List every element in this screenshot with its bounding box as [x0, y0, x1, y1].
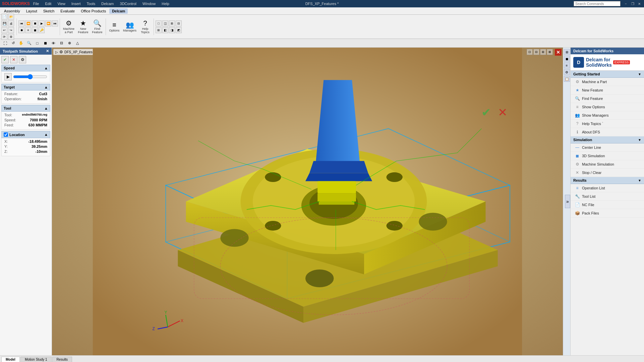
view-btn-3[interactable]: ⊞ [169, 20, 175, 26]
redo-btn[interactable]: ↪ [8, 27, 14, 33]
stop-btn[interactable]: ⏹ [32, 20, 38, 26]
pack-files-item[interactable]: 📦 Pack Files [571, 209, 644, 218]
location-section-header[interactable]: Location ▲ [1, 131, 50, 138]
tab-layout[interactable]: Layout [23, 8, 40, 14]
location-checkbox[interactable] [4, 132, 8, 137]
menu-help[interactable]: Help [160, 1, 171, 6]
help-topics-item[interactable]: ? Help Topics ` [571, 120, 644, 128]
ri-icon-2[interactable]: ◼ [564, 56, 570, 62]
standard-views-btn[interactable]: □ [34, 40, 41, 47]
menu-delcam[interactable]: Delcam [100, 1, 115, 6]
hide-show-btn[interactable]: 👁 [50, 40, 57, 47]
show-managers-item[interactable]: 👥 Show Managers [571, 111, 644, 120]
options-group-btn[interactable]: ≡ Options [108, 21, 121, 33]
managers-btn[interactable]: 👥 Managers [122, 21, 138, 33]
new-feature-item[interactable]: ★ New Feature [571, 86, 644, 95]
results-header[interactable]: Results ▼ [571, 177, 644, 184]
find-feature-btn[interactable]: 🔍 FindFeature [91, 19, 104, 35]
speed-section-header[interactable]: Speed ▲ [1, 65, 50, 71]
tab-sketch[interactable]: Sketch [41, 8, 57, 14]
right-panel-collapse-btn[interactable]: » [565, 195, 570, 208]
machine-simulation-item[interactable]: ⚙ Machine Simulation [571, 160, 644, 169]
rebuild-btn[interactable]: ⟳ [1, 34, 7, 40]
undo-btn[interactable]: ↩ [1, 27, 7, 33]
getting-started-toggle[interactable]: ▼ [638, 72, 641, 76]
tab-assembly[interactable]: Assembly [1, 8, 23, 14]
help-topics-btn[interactable]: ? HelpTopics [138, 19, 152, 35]
menu-tools[interactable]: Tools [85, 1, 97, 6]
triad-btn[interactable]: ⊕ [66, 40, 73, 47]
zoom-fit-btn[interactable]: ⛶ [1, 40, 9, 47]
display-style-btn[interactable]: ◼ [42, 40, 49, 47]
tab-motion-study[interactable]: Motion Study 1 [20, 357, 52, 362]
play-start-btn[interactable]: ⏮ [18, 20, 24, 26]
machine-a-part-btn[interactable]: ⚙ Machinea Part [62, 19, 76, 35]
tab-results[interactable]: Results [52, 357, 72, 362]
simulation-header[interactable]: Simulation ▼ [571, 136, 644, 143]
ri-icon-4[interactable]: ⚙ [564, 69, 570, 75]
about-dfs-item[interactable]: ℹ About DFS [571, 128, 644, 136]
sim-btn[interactable]: ◼ [32, 27, 38, 33]
pan-btn[interactable]: ✋ [17, 40, 25, 47]
record-btn[interactable]: ⏺ [18, 27, 24, 33]
view-btn-7[interactable]: ◨ [169, 27, 175, 33]
view-btn-2[interactable]: ◫ [162, 20, 168, 26]
play-btn[interactable]: ▶ [39, 20, 45, 26]
tab-delcam[interactable]: Delcam [109, 8, 128, 14]
search-input[interactable] [574, 1, 621, 6]
reference-geometry-btn[interactable]: △ [74, 40, 81, 47]
view-btn-1[interactable]: □ [156, 20, 162, 26]
minimize-button[interactable]: − [623, 1, 629, 6]
machine-a-part-item[interactable]: ⚙ Machine a Part [571, 78, 644, 86]
speed-slider[interactable] [13, 74, 47, 79]
menu-3dcontrol[interactable]: 3DControl [119, 1, 138, 6]
ri-icon-1[interactable]: ⊞ [564, 49, 570, 55]
find-feature-item[interactable]: 🔍 Find Feature [571, 95, 644, 103]
play-prev-btn[interactable]: ⏪ [25, 20, 31, 26]
menu-window[interactable]: Window [141, 1, 157, 6]
menu-insert[interactable]: Insert [70, 1, 82, 6]
confirm-btn[interactable]: ✔ [1, 56, 9, 63]
new-btn[interactable]: 📄 [1, 14, 7, 20]
cancel-btn[interactable]: ✕ [10, 56, 17, 63]
open-btn[interactable]: 📂 [8, 14, 14, 20]
results-toggle[interactable]: ▼ [638, 179, 641, 182]
save-btn[interactable]: 💾 [1, 20, 7, 26]
3d-viewport[interactable]: ▷ ⚙ DFS_XP_Features (Default<... 🔍 ↺ ✋ ⛶… [52, 48, 563, 355]
options-btn[interactable]: ⚙ [8, 34, 14, 40]
stop-clear-item[interactable]: ✕ Stop / Clear [571, 169, 644, 177]
print-btn[interactable]: 🖨 [8, 20, 14, 26]
menu-file[interactable]: File [32, 1, 41, 6]
play-speed-btn[interactable]: ▶ [4, 73, 12, 80]
restore-button[interactable]: ❐ [630, 1, 635, 6]
menu-edit[interactable]: Edit [44, 1, 53, 6]
show-options-item[interactable]: ≡ Show Options [571, 103, 644, 111]
zoom-in-btn[interactable]: 🔍 [25, 40, 33, 47]
tool-list-item[interactable]: 🔧 Tool List [571, 192, 644, 201]
3d-simulation-item[interactable]: ◼ 3D Simulation [571, 152, 644, 160]
target-section-header[interactable]: Target ▲ [1, 84, 50, 90]
section-view-btn[interactable]: ⊟ [58, 40, 65, 47]
settings-btn[interactable]: ⚙ [19, 56, 26, 63]
new-feature-btn[interactable]: ★ NewFeature [76, 19, 90, 35]
view-btn-8[interactable]: ◩ [176, 27, 182, 33]
view-btn-4[interactable]: ⊟ [176, 20, 182, 26]
key-btn[interactable]: 🔑 [39, 27, 45, 33]
close-button[interactable]: ✕ [637, 1, 642, 6]
tool-section-header[interactable]: Tool ▲ [1, 105, 50, 112]
tab-model[interactable]: Model [1, 357, 20, 362]
getting-started-header[interactable]: Getting Started ▼ [571, 71, 644, 78]
tab-office-products[interactable]: Office Products [78, 8, 109, 14]
play-end-btn[interactable]: ⏭ [52, 20, 58, 26]
operation-list-item[interactable]: ≡ Operation List [571, 184, 644, 192]
view-btn-5[interactable]: ⊞ [156, 27, 162, 33]
calc-btn[interactable]: ≡ [25, 27, 31, 33]
simulation-toggle[interactable]: ▼ [638, 138, 641, 142]
left-panel-close-icon[interactable]: ✕ [46, 49, 49, 53]
menu-view[interactable]: View [56, 1, 67, 6]
center-line-item[interactable]: — Center Line [571, 143, 644, 152]
view-btn-6[interactable]: ◧ [162, 27, 168, 33]
tab-evaluate[interactable]: Evaluate [58, 8, 77, 14]
ri-icon-5[interactable]: 📋 [564, 76, 570, 82]
nc-file-item[interactable]: 📄 NC File [571, 201, 644, 209]
